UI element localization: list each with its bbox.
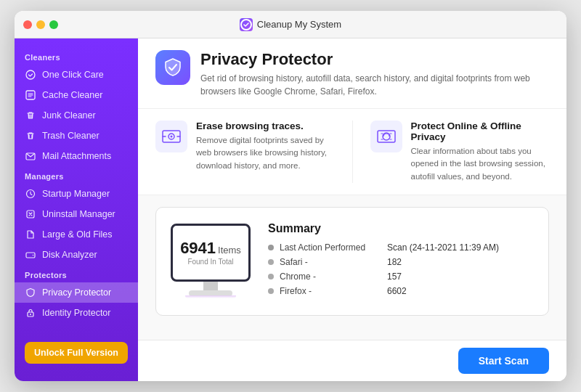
summary-row-last-action: Last Action Performed Scan (24-11-2021 1… xyxy=(268,242,534,253)
feature-card-protect: Protect Online & Offline Privacy Clear i… xyxy=(370,121,550,183)
monitor-screen: 6941 Items Found In Total xyxy=(171,224,251,282)
summary-row-safari: Safari - 182 xyxy=(268,257,534,267)
feature-divider xyxy=(352,121,353,183)
firefox-label: Firefox - xyxy=(280,286,381,296)
mail-attachments-label: Mail Attachments xyxy=(42,151,111,161)
svg-point-7 xyxy=(33,255,34,256)
sidebar-item-uninstall-manager[interactable]: Uninstall Manager xyxy=(15,204,138,224)
svg-point-13 xyxy=(171,136,173,138)
items-label: Items xyxy=(218,245,241,256)
summary-row-chrome: Chrome - 157 xyxy=(268,271,534,282)
feature-card-erase-text: Erase browsing traces. Remove digital fo… xyxy=(196,121,335,172)
sidebar-item-trash-cleaner[interactable]: Trash Cleaner xyxy=(15,126,138,146)
title-bar-label: Cleanup My System xyxy=(240,18,341,31)
svg-rect-14 xyxy=(370,121,402,152)
feature2-desc: Clear information about tabs you opened … xyxy=(411,145,550,183)
bottom-bar: Start Scan xyxy=(138,340,566,381)
cleaners-section-title: Cleaners xyxy=(15,47,138,65)
privacy-protector-label: Privacy Protector xyxy=(42,287,111,298)
chrome-label: Chrome - xyxy=(280,271,381,282)
chrome-value: 157 xyxy=(387,271,402,282)
mail-attachments-icon xyxy=(25,150,36,162)
sidebar-bottom: Unlock Full Version xyxy=(15,333,138,372)
dot-last-action xyxy=(268,245,274,250)
protect-privacy-icon xyxy=(370,121,402,152)
managers-section-title: Managers xyxy=(15,166,138,184)
safari-label: Safari - xyxy=(280,257,381,267)
summary-title: Summary xyxy=(268,222,534,235)
found-label: Found In Total xyxy=(187,258,233,266)
sidebar-item-mail-attachments[interactable]: Mail Attachments xyxy=(15,146,138,166)
monitor-visual: 6941 Items Found In Total xyxy=(171,224,251,298)
uninstall-manager-label: Uninstall Manager xyxy=(42,209,115,219)
uninstall-manager-icon xyxy=(25,208,36,220)
large-old-files-label: Large & Old Files xyxy=(42,229,113,240)
summary-row-firefox: Firefox - 6602 xyxy=(268,286,534,296)
sidebar-item-identity-protector[interactable]: Identity Protector xyxy=(15,303,138,323)
svg-point-1 xyxy=(26,70,35,79)
right-panel: Privacy Protector Get rid of browsing hi… xyxy=(138,38,566,381)
sidebar-item-large-old-files[interactable]: Large & Old Files xyxy=(15,224,138,245)
identity-protector-label: Identity Protector xyxy=(42,308,111,318)
sidebar-item-privacy-protector[interactable]: Privacy Protector xyxy=(15,282,138,303)
dot-firefox xyxy=(268,288,274,294)
maximize-button[interactable] xyxy=(49,20,58,29)
title-bar: Cleanup My System xyxy=(15,11,566,38)
erase-traces-icon xyxy=(155,121,187,152)
panel-title: Privacy Protector xyxy=(200,50,549,69)
disk-analyzer-icon xyxy=(25,249,36,261)
feature1-desc: Remove digital footprints saved by web b… xyxy=(196,134,335,172)
traffic-lights xyxy=(23,20,58,29)
cache-cleaner-label: Cache Cleaner xyxy=(42,90,102,100)
sidebar: Cleaners One Click Care Cache Cleaner xyxy=(15,38,138,381)
start-scan-button[interactable]: Start Scan xyxy=(458,348,549,374)
junk-cleaner-icon xyxy=(25,110,36,121)
dot-chrome xyxy=(268,274,274,279)
one-click-care-label: One Click Care xyxy=(42,70,104,80)
last-action-value: Scan (24-11-2021 11:39 AM) xyxy=(387,242,499,253)
monitor-base-shadow xyxy=(185,295,236,298)
protectors-section-title: Protectors xyxy=(15,265,138,282)
feature-card-protect-text: Protect Online & Offline Privacy Clear i… xyxy=(411,121,550,183)
minimize-button[interactable] xyxy=(36,20,45,29)
trash-cleaner-label: Trash Cleaner xyxy=(42,131,99,141)
feature2-title: Protect Online & Offline Privacy xyxy=(411,121,550,142)
safari-value: 182 xyxy=(387,257,402,267)
firefox-value: 6602 xyxy=(387,286,407,296)
monitor-neck xyxy=(203,282,218,290)
privacy-protector-icon xyxy=(25,287,36,298)
panel-header-icon xyxy=(155,50,190,85)
items-count: 6941 xyxy=(180,240,216,256)
feature-cards: Erase browsing traces. Remove digital fo… xyxy=(138,109,566,195)
startup-manager-icon xyxy=(25,188,36,200)
main-content: Cleaners One Click Care Cache Cleaner xyxy=(15,38,566,381)
panel-subtitle: Get rid of browsing history, autofill da… xyxy=(200,72,549,98)
panel-header-text: Privacy Protector Get rid of browsing hi… xyxy=(200,50,549,98)
cache-cleaner-icon xyxy=(25,89,36,101)
app-window: Cleanup My System Cleaners One Click Car… xyxy=(15,11,566,381)
app-icon xyxy=(240,18,253,31)
summary-data: Summary Last Action Performed Scan (24-1… xyxy=(268,222,534,301)
sidebar-item-cache-cleaner[interactable]: Cache Cleaner xyxy=(15,85,138,105)
feature1-title: Erase browsing traces. xyxy=(196,121,335,131)
sidebar-item-one-click-care[interactable]: One Click Care xyxy=(15,65,138,85)
sidebar-item-startup-manager[interactable]: Startup Manager xyxy=(15,184,138,204)
unlock-full-version-button[interactable]: Unlock Full Version xyxy=(25,342,128,364)
panel-header: Privacy Protector Get rid of browsing hi… xyxy=(138,38,566,109)
large-old-files-icon xyxy=(25,229,36,240)
window-title: Cleanup My System xyxy=(257,19,341,30)
identity-protector-icon xyxy=(25,307,36,319)
startup-manager-label: Startup Manager xyxy=(42,189,110,199)
junk-cleaner-label: Junk Cleaner xyxy=(42,110,96,121)
summary-box: 6941 Items Found In Total Summary xyxy=(155,207,549,316)
summary-section: 6941 Items Found In Total Summary xyxy=(138,195,566,340)
trash-cleaner-icon xyxy=(25,130,36,142)
close-button[interactable] xyxy=(23,20,32,29)
one-click-care-icon xyxy=(25,69,36,81)
feature-card-erase: Erase browsing traces. Remove digital fo… xyxy=(155,121,335,183)
svg-point-9 xyxy=(30,314,31,315)
dot-safari xyxy=(268,259,274,265)
sidebar-item-disk-analyzer[interactable]: Disk Analyzer xyxy=(15,245,138,265)
sidebar-item-junk-cleaner[interactable]: Junk Cleaner xyxy=(15,105,138,126)
last-action-label: Last Action Performed xyxy=(280,242,381,253)
